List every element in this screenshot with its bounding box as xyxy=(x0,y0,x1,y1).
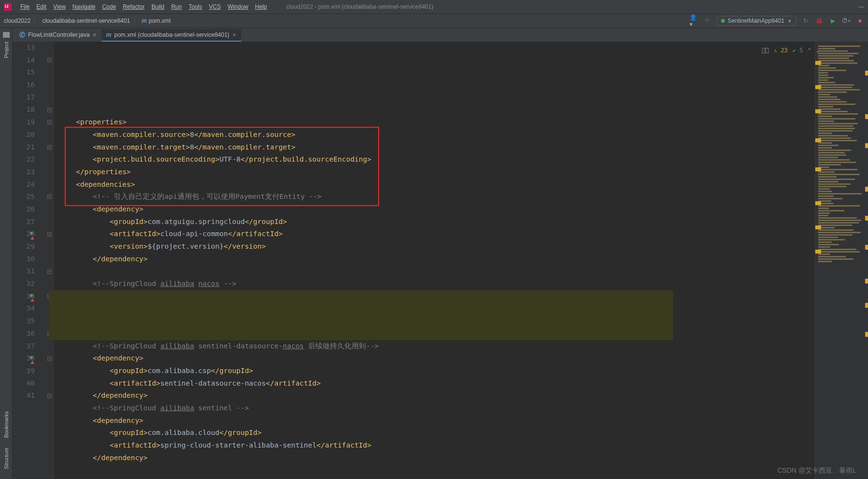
menu-help[interactable]: Help xyxy=(255,3,267,10)
menu-code[interactable]: Code xyxy=(102,3,116,10)
java-class-icon: Ⓒ xyxy=(19,31,25,39)
code-editor[interactable]: 👁⃠ ⚠ 23 ✔ 5 ⌃ ⌄ 131415161718192021222324… xyxy=(13,42,868,479)
maven-file-icon: m xyxy=(142,17,147,24)
menu-vcs[interactable]: VCS xyxy=(209,3,221,10)
editor-area: Ⓒ FlowLimitController.java × m pom.xml (… xyxy=(13,28,868,479)
close-tab-icon[interactable]: × xyxy=(232,31,236,39)
navigation-bar: cloud2022 〉 cloudalibaba-sentinel-servic… xyxy=(0,14,868,28)
run-icon[interactable]: ↻ xyxy=(801,16,810,25)
breadcrumb-module[interactable]: cloudalibaba-sentinel-service8401 xyxy=(42,17,130,24)
fold-column[interactable]: −−−−−−−−−−− xyxy=(45,42,54,479)
run-status-icon xyxy=(721,19,725,23)
tab-label: pom.xml (cloudalibaba-sentinel-service84… xyxy=(114,31,229,38)
tab-flowlimitcontroller[interactable]: Ⓒ FlowLimitController.java × xyxy=(15,29,102,42)
menu-view[interactable]: View xyxy=(53,3,66,10)
menu-navigate[interactable]: Navigate xyxy=(73,3,95,10)
editor-tabs: Ⓒ FlowLimitController.java × m pom.xml (… xyxy=(13,28,868,42)
user-add-icon[interactable]: 👤▾ xyxy=(690,16,698,25)
tab-pom-xml[interactable]: m pom.xml (cloudalibaba-sentinel-service… xyxy=(102,29,241,42)
dropdown-arrow-icon: ▼ xyxy=(787,18,792,24)
menu-tools[interactable]: Tools xyxy=(189,3,202,10)
line-number-gutter[interactable]: 1314151617181920212223242526272829303132… xyxy=(13,42,45,479)
breadcrumb-file[interactable]: pom.xml xyxy=(149,17,171,24)
coverage-icon[interactable]: ▶ xyxy=(828,16,837,25)
code-content[interactable]: <properties> <maven.compiler.source>8</m… xyxy=(54,42,815,479)
prev-highlight-icon[interactable]: ⌃ xyxy=(808,45,811,57)
watermark-text: CSDN @艾卡西亚、暴雨L xyxy=(777,466,856,475)
menu-run[interactable]: Run xyxy=(171,3,182,10)
inspection-widget[interactable]: 👁⃠ ⚠ 23 ✔ 5 ⌃ ⌄ xyxy=(762,45,820,57)
menu-build[interactable]: Build xyxy=(151,3,164,10)
breadcrumb-sep-icon: 〉 xyxy=(133,17,139,25)
minimize-icon[interactable]: — xyxy=(858,3,864,10)
warnings-count[interactable]: ⚠ 23 xyxy=(774,45,788,57)
debug-icon[interactable]: 🐞 xyxy=(815,16,824,25)
menu-window[interactable]: Window xyxy=(228,3,249,10)
passes-count[interactable]: ✔ 5 xyxy=(793,45,803,57)
code-minimap[interactable] xyxy=(815,42,868,479)
bookmarks-tool[interactable]: Bookmarks xyxy=(3,411,9,438)
project-icon[interactable] xyxy=(3,32,10,38)
close-tab-icon[interactable]: × xyxy=(92,31,96,39)
profiler-icon[interactable]: ⏱▾ xyxy=(842,16,851,25)
next-highlight-icon[interactable]: ⌄ xyxy=(816,45,820,57)
main-area: Project Bookmarks Structure Ⓒ FlowLimitC… xyxy=(0,28,868,479)
maven-file-icon: m xyxy=(106,31,112,38)
run-config-name: SentinelMainApp8401 xyxy=(728,17,784,24)
menu-file[interactable]: File xyxy=(20,3,29,10)
menu-refactor[interactable]: Refactor xyxy=(123,3,145,10)
tab-label: FlowLimitController.java xyxy=(28,31,89,38)
stop-icon[interactable]: ■ xyxy=(855,16,864,25)
readonly-icon: 👁⃠ xyxy=(762,45,768,57)
app-logo-icon xyxy=(4,3,12,11)
left-tool-strip: Project Bookmarks Structure xyxy=(0,28,13,479)
breadcrumb-root[interactable]: cloud2022 xyxy=(4,17,30,24)
menu-edit[interactable]: Edit xyxy=(36,3,46,10)
main-menu: File Edit View Navigate Code Refactor Bu… xyxy=(20,3,267,10)
window-title: cloud2022 - pom.xml (cloudalibaba-sentin… xyxy=(286,3,433,10)
run-configuration-selector[interactable]: SentinelMainApp8401 ▼ xyxy=(717,16,796,26)
title-bar: File Edit View Navigate Code Refactor Bu… xyxy=(0,0,868,14)
project-tool[interactable]: Project xyxy=(3,42,9,58)
structure-tool[interactable]: Structure xyxy=(3,448,9,469)
back-icon[interactable]: ↶ xyxy=(703,16,712,25)
breadcrumb-sep-icon: 〉 xyxy=(33,17,39,25)
